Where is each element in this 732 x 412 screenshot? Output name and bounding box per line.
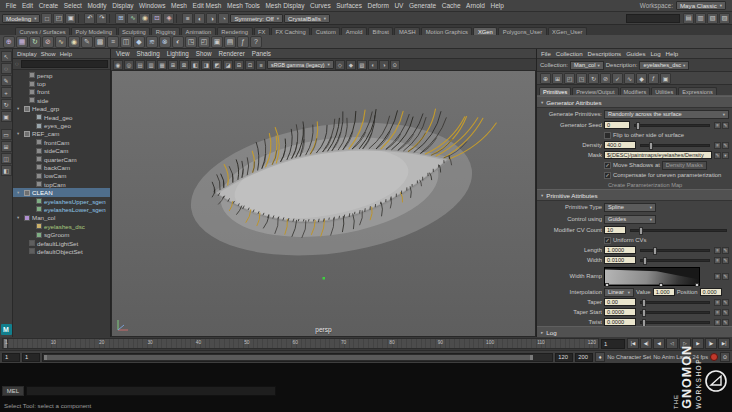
xgen-cut-brush-icon[interactable]: ⊗	[159, 36, 171, 48]
control-using-dropdown[interactable]: Guides ▾	[604, 215, 656, 224]
outliner-item[interactable]: ▾ Man_col	[13, 214, 110, 222]
lighting-icon[interactable]: ◐	[368, 60, 378, 70]
set-key-icon[interactable]: ♦	[595, 352, 605, 362]
edit-expression-icon[interactable]: ✎	[722, 247, 729, 254]
modifier-cv-count-field[interactable]: 10	[604, 226, 626, 234]
menu-item[interactable]: Generate	[406, 2, 439, 9]
edit-expression-icon[interactable]: ✎	[722, 273, 729, 280]
outliner-item[interactable]: side	[13, 96, 110, 104]
shaded-icon[interactable]: ◆	[346, 60, 356, 70]
shelf-tab[interactable]: MASH	[394, 27, 420, 35]
grid-icon[interactable]: ⊠	[179, 60, 189, 70]
select-camera-icon[interactable]: ◉	[113, 60, 123, 70]
edit-expression-icon[interactable]: ✎	[722, 309, 729, 316]
menu-item[interactable]: Curves	[307, 2, 333, 9]
expand-arrow-icon[interactable]: ▾	[17, 131, 22, 136]
xgen-export-patches-icon[interactable]: ◳	[185, 36, 197, 48]
edit-expression-icon[interactable]: ✎	[722, 122, 729, 129]
playback-start-field[interactable]: 1	[22, 353, 40, 362]
xgen-tab[interactable]: Preview/Output	[572, 87, 618, 95]
shelf-tab[interactable]: Motion Graphics	[421, 27, 472, 35]
shelf-tab[interactable]: Rigging	[151, 27, 180, 35]
outliner-item[interactable]: sgGroom	[13, 230, 110, 238]
attribute-slider[interactable]	[640, 259, 710, 262]
edit-expression-icon[interactable]: ✎	[722, 299, 729, 306]
mask-field[interactable]: ${DESC}/paintmaps/eyelashes/Density	[604, 151, 712, 159]
step-forward-key-button[interactable]: |▶	[705, 338, 717, 349]
xgen-import-icon[interactable]: ◰	[198, 36, 210, 48]
save-scene-icon[interactable]: ▣	[65, 13, 76, 24]
outliner-item[interactable]: ▾ REF_cam	[13, 130, 110, 138]
outliner-item[interactable]: sideCam	[13, 147, 110, 155]
attribute-slider[interactable]	[640, 249, 710, 252]
snap-curve-icon[interactable]: ∿	[127, 13, 138, 24]
xgen-bake-icon[interactable]: ▣	[211, 36, 223, 48]
outliner-item[interactable]: front	[13, 88, 110, 96]
colorspace-dropdown[interactable]: sRGB gamma (legacy) ▾	[267, 60, 334, 69]
film-gate-icon[interactable]: ◧	[190, 60, 200, 70]
xgen-tab[interactable]: Primitives	[539, 87, 571, 95]
generator-seed-slider[interactable]	[634, 124, 710, 127]
new-scene-icon[interactable]: □	[41, 13, 52, 24]
xgen-clump-brush-icon[interactable]: ◆	[133, 36, 145, 48]
xgen-export-collection-icon[interactable]: ◳	[576, 73, 587, 84]
outliner-item[interactable]: defaultLightSet	[13, 239, 110, 247]
outliner-item[interactable]: eyelashes_dsc	[13, 222, 110, 230]
layout-four-pane-icon[interactable]: ⊞	[1, 141, 12, 152]
xgen-width-brush-icon[interactable]: ◫	[120, 36, 132, 48]
menu-item[interactable]: UV	[392, 2, 407, 9]
range-slider-handle[interactable]	[44, 355, 533, 360]
channel-box-icon[interactable]: ▤	[683, 13, 694, 24]
render-settings-icon[interactable]: ◔	[218, 13, 229, 24]
attribute-field[interactable]: 0.0000	[604, 318, 636, 326]
xgen-menu-item[interactable]: Help	[666, 50, 679, 57]
menu-item[interactable]: Help	[488, 2, 507, 9]
expression-icon[interactable]: ≡	[714, 247, 721, 254]
field-chart-icon[interactable]: ◪	[223, 60, 233, 70]
outliner-item[interactable]: quarterCam	[13, 155, 110, 163]
expand-arrow-icon[interactable]: ▾	[17, 190, 22, 195]
menu-item[interactable]: Edit	[19, 2, 36, 9]
outliner-item[interactable]: eyes_geo	[13, 121, 110, 129]
expression-icon[interactable]: ≡	[714, 257, 721, 264]
go-to-start-button[interactable]: |◀	[627, 338, 639, 349]
collection-dropdown[interactable]: Man_col ▾	[570, 61, 604, 70]
xgen-noise-brush-icon[interactable]: ≋	[146, 36, 158, 48]
paint-select-tool-icon[interactable]: ✎	[1, 75, 12, 86]
attribute-field[interactable]: 0.00	[604, 298, 636, 306]
resolution-gate-icon[interactable]: ◨	[201, 60, 211, 70]
shelf-tab[interactable]: Animation	[181, 27, 216, 35]
outliner-item[interactable]: frontCam	[13, 138, 110, 146]
xray-icon[interactable]: ⊙	[390, 60, 400, 70]
xgen-guide-tool-icon[interactable]: ∿	[55, 36, 67, 48]
edit-expression-icon[interactable]: ✎	[722, 257, 729, 264]
status-icon[interactable]	[78, 14, 82, 23]
menu-item[interactable]: Arnold	[463, 2, 487, 9]
density-masks-button[interactable]: Density Masks	[662, 161, 707, 170]
two-d-pan-zoom-icon[interactable]: ⊞	[168, 60, 178, 70]
attribute-slider[interactable]	[640, 301, 710, 304]
xgen-clear-preview-icon[interactable]: ⊘	[42, 36, 54, 48]
xgen-menu-item[interactable]: Log	[650, 50, 660, 57]
shelf-tab[interactable]: Curves / Surfaces	[15, 27, 70, 35]
shelf-tab[interactable]: Poly Modeling	[71, 27, 116, 35]
xgen-menu-item[interactable]: Guides	[626, 50, 645, 57]
viewport-menu-item[interactable]: View	[116, 50, 130, 57]
xgen-tab[interactable]: Expressions	[678, 87, 716, 95]
snap-grid-icon[interactable]: ⊞	[115, 13, 126, 24]
xgen-clear-icon[interactable]: ⊘	[600, 73, 611, 84]
xgen-create-description-icon[interactable]: ⊕	[3, 36, 15, 48]
paint-map-icon[interactable]: ✎	[714, 152, 721, 159]
xgen-menu-item[interactable]: Descriptions	[588, 50, 622, 57]
attribute-slider[interactable]	[640, 311, 710, 314]
make-live-icon[interactable]: ◈	[163, 13, 174, 24]
xgen-sculpt-guide-icon[interactable]: ✎	[81, 36, 93, 48]
density-field[interactable]: 400.0	[604, 141, 636, 149]
xgen-import-collection-icon[interactable]: ◰	[564, 73, 575, 84]
render-icon[interactable]: ◐	[194, 13, 205, 24]
primitive-attributes-header[interactable]: ▾ Primitive Attributes	[537, 189, 732, 201]
animation-end-field[interactable]: 200	[575, 353, 593, 362]
generator-seed-field[interactable]: 0	[604, 121, 630, 129]
shelf-tab[interactable]: Custom	[311, 27, 340, 35]
attribute-field[interactable]: 1.0000	[604, 246, 636, 254]
